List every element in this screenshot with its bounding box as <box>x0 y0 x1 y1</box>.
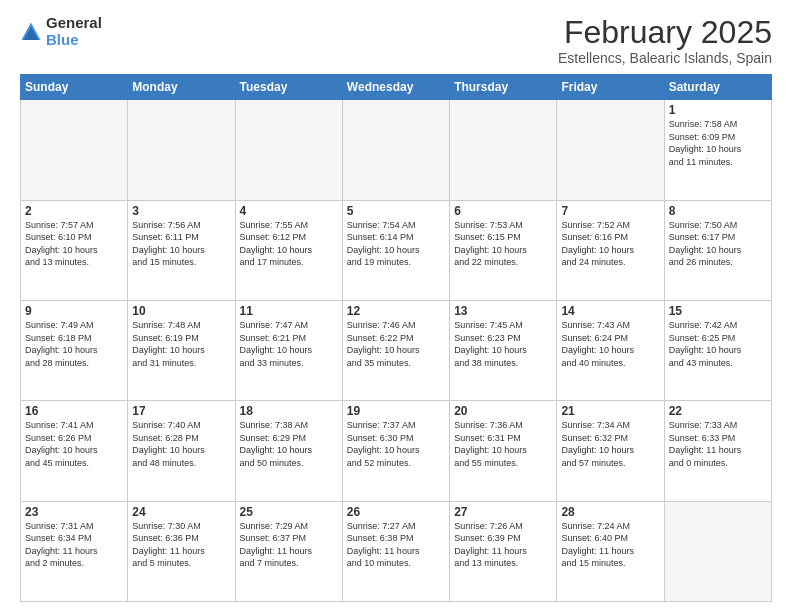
logo: General Blue <box>20 15 102 48</box>
weekday-header-friday: Friday <box>557 75 664 100</box>
page: General Blue February 2025 Estellencs, B… <box>0 0 792 612</box>
day-number: 3 <box>132 204 230 218</box>
day-number: 14 <box>561 304 659 318</box>
logo-blue: Blue <box>46 32 102 49</box>
calendar-cell: 25Sunrise: 7:29 AM Sunset: 6:37 PM Dayli… <box>235 501 342 601</box>
day-number: 13 <box>454 304 552 318</box>
day-info: Sunrise: 7:53 AM Sunset: 6:15 PM Dayligh… <box>454 219 552 269</box>
week-row-1: 2Sunrise: 7:57 AM Sunset: 6:10 PM Daylig… <box>21 200 772 300</box>
weekday-header-saturday: Saturday <box>664 75 771 100</box>
day-number: 12 <box>347 304 445 318</box>
day-info: Sunrise: 7:34 AM Sunset: 6:32 PM Dayligh… <box>561 419 659 469</box>
day-info: Sunrise: 7:55 AM Sunset: 6:12 PM Dayligh… <box>240 219 338 269</box>
week-row-3: 16Sunrise: 7:41 AM Sunset: 6:26 PM Dayli… <box>21 401 772 501</box>
calendar-cell: 13Sunrise: 7:45 AM Sunset: 6:23 PM Dayli… <box>450 300 557 400</box>
weekday-header-wednesday: Wednesday <box>342 75 449 100</box>
calendar-subtitle: Estellencs, Balearic Islands, Spain <box>558 50 772 66</box>
calendar-cell: 7Sunrise: 7:52 AM Sunset: 6:16 PM Daylig… <box>557 200 664 300</box>
calendar-cell <box>235 100 342 200</box>
calendar-cell: 24Sunrise: 7:30 AM Sunset: 6:36 PM Dayli… <box>128 501 235 601</box>
calendar-cell <box>557 100 664 200</box>
day-info: Sunrise: 7:45 AM Sunset: 6:23 PM Dayligh… <box>454 319 552 369</box>
calendar-cell: 5Sunrise: 7:54 AM Sunset: 6:14 PM Daylig… <box>342 200 449 300</box>
calendar-cell: 23Sunrise: 7:31 AM Sunset: 6:34 PM Dayli… <box>21 501 128 601</box>
week-row-0: 1Sunrise: 7:58 AM Sunset: 6:09 PM Daylig… <box>21 100 772 200</box>
day-info: Sunrise: 7:33 AM Sunset: 6:33 PM Dayligh… <box>669 419 767 469</box>
day-info: Sunrise: 7:57 AM Sunset: 6:10 PM Dayligh… <box>25 219 123 269</box>
calendar-cell: 2Sunrise: 7:57 AM Sunset: 6:10 PM Daylig… <box>21 200 128 300</box>
calendar-cell: 20Sunrise: 7:36 AM Sunset: 6:31 PM Dayli… <box>450 401 557 501</box>
day-number: 11 <box>240 304 338 318</box>
day-number: 19 <box>347 404 445 418</box>
day-number: 28 <box>561 505 659 519</box>
logo-general: General <box>46 15 102 32</box>
calendar-cell <box>342 100 449 200</box>
calendar-cell <box>664 501 771 601</box>
calendar-table: SundayMondayTuesdayWednesdayThursdayFrid… <box>20 74 772 602</box>
title-block: February 2025 Estellencs, Balearic Islan… <box>558 15 772 66</box>
day-number: 25 <box>240 505 338 519</box>
day-number: 5 <box>347 204 445 218</box>
day-info: Sunrise: 7:38 AM Sunset: 6:29 PM Dayligh… <box>240 419 338 469</box>
day-info: Sunrise: 7:24 AM Sunset: 6:40 PM Dayligh… <box>561 520 659 570</box>
calendar-cell <box>128 100 235 200</box>
day-number: 21 <box>561 404 659 418</box>
day-info: Sunrise: 7:58 AM Sunset: 6:09 PM Dayligh… <box>669 118 767 168</box>
calendar-cell: 6Sunrise: 7:53 AM Sunset: 6:15 PM Daylig… <box>450 200 557 300</box>
calendar-cell: 26Sunrise: 7:27 AM Sunset: 6:38 PM Dayli… <box>342 501 449 601</box>
day-info: Sunrise: 7:52 AM Sunset: 6:16 PM Dayligh… <box>561 219 659 269</box>
day-number: 17 <box>132 404 230 418</box>
logo-icon <box>20 21 42 43</box>
day-number: 10 <box>132 304 230 318</box>
weekday-header-monday: Monday <box>128 75 235 100</box>
calendar-cell: 3Sunrise: 7:56 AM Sunset: 6:11 PM Daylig… <box>128 200 235 300</box>
day-number: 8 <box>669 204 767 218</box>
day-info: Sunrise: 7:41 AM Sunset: 6:26 PM Dayligh… <box>25 419 123 469</box>
day-info: Sunrise: 7:30 AM Sunset: 6:36 PM Dayligh… <box>132 520 230 570</box>
weekday-header-tuesday: Tuesday <box>235 75 342 100</box>
calendar-cell: 9Sunrise: 7:49 AM Sunset: 6:18 PM Daylig… <box>21 300 128 400</box>
day-number: 18 <box>240 404 338 418</box>
day-info: Sunrise: 7:46 AM Sunset: 6:22 PM Dayligh… <box>347 319 445 369</box>
calendar-cell: 4Sunrise: 7:55 AM Sunset: 6:12 PM Daylig… <box>235 200 342 300</box>
week-row-4: 23Sunrise: 7:31 AM Sunset: 6:34 PM Dayli… <box>21 501 772 601</box>
day-number: 2 <box>25 204 123 218</box>
calendar-cell: 1Sunrise: 7:58 AM Sunset: 6:09 PM Daylig… <box>664 100 771 200</box>
day-info: Sunrise: 7:49 AM Sunset: 6:18 PM Dayligh… <box>25 319 123 369</box>
day-info: Sunrise: 7:54 AM Sunset: 6:14 PM Dayligh… <box>347 219 445 269</box>
day-info: Sunrise: 7:27 AM Sunset: 6:38 PM Dayligh… <box>347 520 445 570</box>
day-number: 23 <box>25 505 123 519</box>
day-number: 22 <box>669 404 767 418</box>
calendar-cell: 28Sunrise: 7:24 AM Sunset: 6:40 PM Dayli… <box>557 501 664 601</box>
day-info: Sunrise: 7:40 AM Sunset: 6:28 PM Dayligh… <box>132 419 230 469</box>
day-number: 4 <box>240 204 338 218</box>
day-number: 15 <box>669 304 767 318</box>
calendar-cell: 12Sunrise: 7:46 AM Sunset: 6:22 PM Dayli… <box>342 300 449 400</box>
day-number: 9 <box>25 304 123 318</box>
day-info: Sunrise: 7:56 AM Sunset: 6:11 PM Dayligh… <box>132 219 230 269</box>
calendar-cell: 10Sunrise: 7:48 AM Sunset: 6:19 PM Dayli… <box>128 300 235 400</box>
day-number: 24 <box>132 505 230 519</box>
day-info: Sunrise: 7:47 AM Sunset: 6:21 PM Dayligh… <box>240 319 338 369</box>
day-number: 1 <box>669 103 767 117</box>
weekday-header-row: SundayMondayTuesdayWednesdayThursdayFrid… <box>21 75 772 100</box>
header: General Blue February 2025 Estellencs, B… <box>20 15 772 66</box>
calendar-cell: 16Sunrise: 7:41 AM Sunset: 6:26 PM Dayli… <box>21 401 128 501</box>
day-info: Sunrise: 7:31 AM Sunset: 6:34 PM Dayligh… <box>25 520 123 570</box>
calendar-cell: 17Sunrise: 7:40 AM Sunset: 6:28 PM Dayli… <box>128 401 235 501</box>
day-info: Sunrise: 7:50 AM Sunset: 6:17 PM Dayligh… <box>669 219 767 269</box>
weekday-header-thursday: Thursday <box>450 75 557 100</box>
calendar-cell: 22Sunrise: 7:33 AM Sunset: 6:33 PM Dayli… <box>664 401 771 501</box>
calendar-cell: 21Sunrise: 7:34 AM Sunset: 6:32 PM Dayli… <box>557 401 664 501</box>
day-number: 16 <box>25 404 123 418</box>
day-info: Sunrise: 7:26 AM Sunset: 6:39 PM Dayligh… <box>454 520 552 570</box>
weekday-header-sunday: Sunday <box>21 75 128 100</box>
day-number: 6 <box>454 204 552 218</box>
calendar-cell: 8Sunrise: 7:50 AM Sunset: 6:17 PM Daylig… <box>664 200 771 300</box>
day-info: Sunrise: 7:29 AM Sunset: 6:37 PM Dayligh… <box>240 520 338 570</box>
day-number: 26 <box>347 505 445 519</box>
calendar-cell: 14Sunrise: 7:43 AM Sunset: 6:24 PM Dayli… <box>557 300 664 400</box>
day-info: Sunrise: 7:36 AM Sunset: 6:31 PM Dayligh… <box>454 419 552 469</box>
calendar-cell: 18Sunrise: 7:38 AM Sunset: 6:29 PM Dayli… <box>235 401 342 501</box>
calendar-cell: 15Sunrise: 7:42 AM Sunset: 6:25 PM Dayli… <box>664 300 771 400</box>
